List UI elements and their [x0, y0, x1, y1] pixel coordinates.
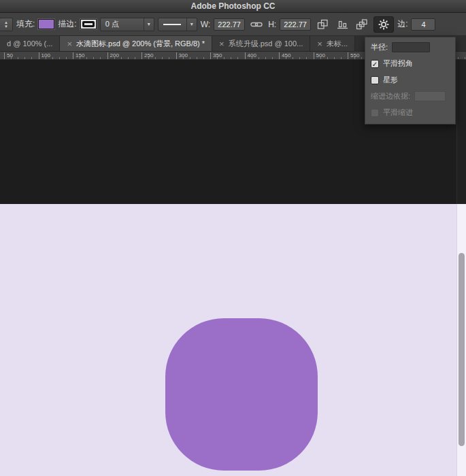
shape-height-input[interactable] [280, 18, 311, 31]
edges-input[interactable] [411, 18, 435, 31]
ruler-tick-label: 300 [176, 52, 188, 60]
scrollbar-track-dark[interactable] [456, 60, 466, 204]
path-arrangement-icon[interactable] [354, 17, 370, 32]
stroke-color-swatch[interactable] [80, 19, 97, 29]
stroke-width-dropdown[interactable]: 0 点 ▾ [100, 18, 154, 31]
chevron-down-icon[interactable]: ▾ [144, 18, 154, 31]
scrollbar-thumb[interactable] [459, 253, 465, 446]
ruler-tick-label: 150 [73, 52, 84, 60]
window-title: Adobe Photoshop CC [191, 1, 276, 11]
ruler-tick-label: 400 [245, 52, 256, 60]
ruler-tick-label: 550 [348, 52, 359, 60]
tab-close-icon[interactable]: × [219, 39, 224, 48]
radius-input[interactable] [392, 42, 430, 52]
smooth-indents-checkbox [371, 109, 379, 117]
height-label: H: [268, 20, 276, 29]
indent-sides-input [414, 91, 446, 101]
ruler-tick-label: 100 [39, 52, 50, 60]
options-bar: ▲ ▼ 填充: 描边: 0 点 ▾ ▾ W: H: [0, 13, 466, 36]
document-tab[interactable]: ×系统升级.psd @ 100... [212, 36, 310, 51]
stroke-label: 描边: [58, 18, 76, 30]
stroke-swatch-ring [82, 21, 95, 27]
ruler-tick-label: 450 [279, 52, 290, 60]
stroke-type-dropdown[interactable]: ▾ [158, 18, 197, 31]
ruler-tick-label: 350 [210, 52, 222, 60]
fill-label: 填充: [16, 18, 35, 30]
gear-settings-button[interactable] [373, 16, 394, 33]
tab-label: 水滴图标.psd @ 200% (背景, RGB/8) * [76, 39, 205, 49]
smooth-indents-label: 平滑缩进 [383, 107, 413, 118]
tab-label: 系统升级.psd @ 100... [229, 39, 303, 49]
tab-close-icon[interactable]: × [317, 39, 322, 48]
document-tab[interactable]: d @ 100% (... [0, 36, 60, 51]
fill-color-swatch[interactable] [38, 19, 54, 29]
stepper-down-icon[interactable]: ▼ [4, 24, 8, 29]
link-dimensions-icon[interactable] [248, 17, 265, 32]
ruler-tick-label: 200 [107, 52, 119, 60]
ruler-tick-label: 50 [4, 52, 13, 60]
shape-width-input[interactable] [214, 18, 245, 31]
document-tab[interactable]: ×水滴图标.psd @ 200% (背景, RGB/8) * [60, 36, 212, 51]
smooth-corners-label: 平滑拐角 [383, 58, 413, 69]
tab-label: 未标... [327, 39, 348, 49]
document-tab[interactable]: ×未标... [310, 36, 355, 51]
ruler-tick-label: 500 [314, 52, 325, 60]
gear-icon [378, 19, 389, 30]
rounded-rectangle-shape[interactable] [165, 318, 318, 471]
title-bar: Adobe Photoshop CC [0, 0, 466, 13]
tab-label: d @ 100% (... [7, 39, 52, 48]
indent-sides-label: 缩进边依据: [371, 91, 410, 101]
clipped-stepper-control[interactable]: ▲ ▼ [0, 18, 13, 31]
shape-options-panel: 半径: ✓ 平滑拐角 星形 缩进边依据: 平滑缩进 [365, 37, 456, 124]
width-label: W: [201, 20, 210, 29]
tab-close-icon[interactable]: × [67, 39, 72, 48]
stroke-width-value: 0 点 [101, 19, 144, 29]
chevron-down-icon[interactable]: ▾ [186, 18, 197, 31]
document-view[interactable] [0, 204, 466, 476]
edges-label: 边: [397, 18, 407, 30]
path-alignment-icon[interactable] [334, 17, 350, 32]
path-operations-icon[interactable] [314, 17, 331, 32]
stroke-style-line-icon [163, 24, 181, 25]
star-checkbox[interactable] [371, 76, 379, 84]
star-label: 星形 [383, 75, 398, 85]
ruler-tick-label: 250 [142, 52, 153, 60]
smooth-corners-checkbox[interactable]: ✓ [371, 60, 379, 68]
radius-label: 半径: [371, 42, 388, 52]
